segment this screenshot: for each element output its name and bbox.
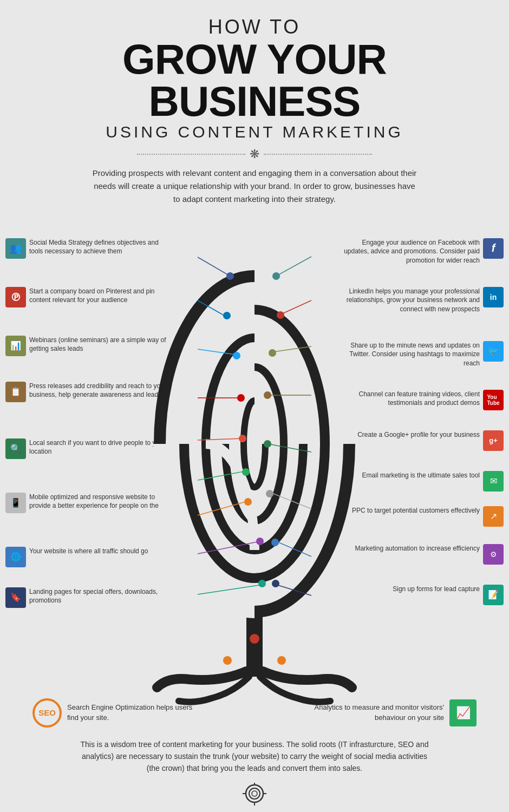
intro-text: Providing prospects with relevant conten…	[92, 167, 417, 206]
infographic-wrapper: 👥 Social Media Strategy defines objectiv…	[0, 227, 509, 812]
item-gplus: g+ Create a Google+ profile for your bus…	[341, 430, 504, 451]
svg-point-34	[272, 580, 279, 587]
webinars-icon: 📊	[5, 336, 26, 356]
local-search-icon: 🔍	[5, 438, 26, 459]
svg-point-36	[223, 312, 231, 319]
ppc-text: PPC to target potential customers effect…	[352, 506, 480, 515]
svg-point-44	[250, 634, 259, 644]
item-forms: 📝 Sign up forms for lead capture	[341, 585, 504, 605]
item-mobile: 📱 Mobile optimized and responsive websit…	[5, 493, 168, 513]
item-automation: ⚙ Marketing automation to increase effic…	[341, 544, 504, 565]
svg-point-42	[256, 538, 264, 545]
flower-icon: ❋	[250, 147, 259, 161]
wisdom-text: This is a wisdom tree of content marketi…	[65, 738, 444, 775]
website-icon: 🌐	[5, 547, 26, 567]
item-pinterest: ℗ Start a company board on Pinterest and…	[5, 287, 168, 307]
press-icon: 📋	[5, 382, 26, 402]
email-text: Email marketing is the ultimate sales to…	[362, 471, 480, 480]
item-website: 🌐 Your website is where all traffic shou…	[5, 547, 148, 567]
svg-point-27	[272, 272, 280, 280]
automation-icon: ⚙	[483, 544, 504, 565]
footer: Dendrite Park dendritepark.com	[0, 783, 509, 812]
mobile-icon: 📱	[5, 493, 26, 513]
svg-point-40	[242, 468, 250, 476]
tree-container	[146, 227, 363, 715]
item-email: ✉ Email marketing is the ultimate sales …	[341, 471, 504, 492]
svg-point-38	[237, 394, 245, 402]
facebook-icon: f	[483, 238, 504, 259]
linkedin-icon: in	[483, 287, 504, 307]
svg-point-48	[249, 788, 260, 799]
infographic: 👥 Social Media Strategy defines objectiv…	[0, 227, 509, 715]
header: HOW TO GROW YOUR BUSINESS USING CONTENT …	[0, 0, 509, 227]
youtube-icon: YouTube	[483, 390, 504, 410]
svg-point-46	[277, 656, 286, 665]
landing-icon: 🔖	[5, 587, 26, 608]
svg-point-30	[264, 391, 271, 399]
right-items: f Engage your audience on Facebook with …	[341, 227, 509, 715]
pinterest-icon: ℗	[5, 287, 26, 307]
item-ppc: ↗ PPC to target potential customers effe…	[341, 506, 504, 527]
dot-line-left	[137, 154, 245, 155]
footer-logo	[0, 783, 509, 812]
svg-point-47	[246, 785, 263, 802]
item-linkedin: in LinkedIn helps you manage your profes…	[341, 287, 504, 314]
website-text: Your website is where all traffic should…	[29, 547, 148, 556]
forms-icon: 📝	[483, 585, 504, 605]
twitter-icon: 🐦	[483, 341, 504, 362]
item-youtube: YouTube Channel can feature training vid…	[341, 390, 504, 410]
dot-line-right	[264, 154, 372, 155]
svg-point-49	[252, 791, 257, 796]
svg-point-31	[264, 440, 271, 448]
item-webinars: 📊 Webinars (online seminars) are a simpl…	[5, 336, 168, 356]
forms-text: Sign up forms for lead capture	[393, 585, 480, 594]
svg-point-45	[223, 656, 232, 665]
svg-line-10	[276, 257, 311, 276]
how-to-label: HOW TO	[32, 16, 477, 38]
svg-point-43	[258, 580, 266, 587]
svg-point-28	[277, 311, 284, 319]
item-local-search: 🔍 Local search if you want to drive peop…	[5, 438, 168, 459]
svg-point-33	[271, 539, 279, 546]
page-wrapper: HOW TO GROW YOUR BUSINESS USING CONTENT …	[0, 0, 509, 812]
svg-point-32	[266, 490, 273, 497]
svg-point-35	[226, 272, 234, 280]
item-landing: 🔖 Landing pages for special offers, down…	[5, 587, 168, 608]
divider: ❋	[32, 147, 477, 161]
svg-point-37	[233, 352, 240, 359]
left-items: 👥 Social Media Strategy defines objectiv…	[0, 227, 168, 715]
item-facebook: f Engage your audience on Facebook with …	[341, 238, 504, 265]
subtitle: USING CONTENT MARKETING	[32, 122, 477, 142]
gplus-text: Create a Google+ profile for your busine…	[357, 430, 480, 440]
item-social-media: 👥 Social Media Strategy defines objectiv…	[5, 238, 168, 259]
ppc-icon: ↗	[483, 506, 504, 527]
email-icon: ✉	[483, 471, 504, 492]
svg-point-41	[244, 498, 252, 506]
item-twitter: 🐦 Share up to the minute news and update…	[341, 341, 504, 368]
item-press: 📋 Press releases add credibility and rea…	[5, 382, 168, 402]
main-title: GROW YOUR BUSINESS	[32, 38, 477, 122]
svg-point-29	[269, 349, 276, 357]
gplus-icon: g+	[483, 430, 504, 451]
svg-point-39	[239, 435, 246, 442]
svg-line-18	[198, 257, 230, 276]
social-media-icon: 👥	[5, 238, 26, 259]
automation-text: Marketing automation to increase efficie…	[355, 544, 480, 553]
